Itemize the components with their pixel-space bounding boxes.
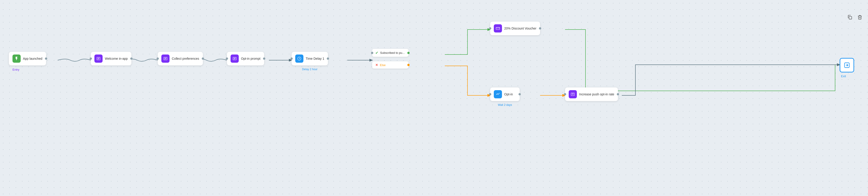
optin-output-dot: [519, 93, 521, 95]
optin-node[interactable]: Opt-in Wait 2 days: [490, 87, 520, 101]
discount-voucher-node[interactable]: 20% Discount Voucher: [490, 22, 540, 35]
collect-preferences-label: Collect preferences: [172, 57, 199, 61]
exit-node[interactable]: [840, 58, 854, 73]
subscribed-label: Subscribed to pu...: [380, 51, 405, 55]
time-delay-output-dot: [327, 57, 329, 60]
time-delay-node[interactable]: Time Delay 1 Delay 2 hour: [291, 52, 328, 65]
collect-preferences-output-dot: [202, 57, 204, 60]
welcome-inapp-output-dot: [130, 57, 132, 60]
collect-preferences-node[interactable]: Collect preferences: [158, 52, 203, 65]
optin-prompt-label: Opt-in prompt: [241, 57, 260, 61]
exit-icon: [844, 62, 850, 68]
else-output-dot: [407, 64, 410, 66]
app-launched-label: App launched: [23, 57, 42, 61]
time-delay-sublabel: Delay 2 hour: [302, 68, 317, 71]
discount-input-dot: [489, 27, 491, 30]
app-launched-icon: [12, 55, 21, 63]
discount-output-dot: [539, 27, 541, 30]
copy-button[interactable]: [846, 13, 854, 21]
time-delay-icon: [295, 55, 303, 63]
collect-preferences-input-dot: [157, 57, 159, 60]
subscribed-input-dot: [371, 52, 373, 54]
else-label: Else: [380, 63, 385, 67]
welcome-inapp-label: Welcome in-app: [105, 57, 128, 61]
connections-svg: [0, 0, 868, 196]
welcome-inapp-node[interactable]: Welcome in-app: [91, 52, 131, 65]
optin-icon: [494, 90, 502, 99]
optin-prompt-icon: [230, 55, 239, 63]
svg-rect-25: [849, 16, 852, 19]
subscribed-output-dot: [407, 52, 410, 54]
delete-button[interactable]: [856, 13, 864, 21]
increase-optin-label: Increase push opt-in rate: [579, 92, 614, 96]
else-x-icon: ✕: [375, 63, 378, 67]
optin-prompt-input-dot: [226, 57, 228, 60]
optin-prompt-output-dot: [263, 57, 265, 60]
optin-label: Opt-in: [504, 92, 513, 96]
increase-optin-output-dot: [617, 93, 619, 95]
app-launched-output-dot: [45, 57, 47, 60]
subscribed-branch-node[interactable]: ✔ Subscribed to pu...: [372, 49, 408, 57]
time-delay-input-dot: [290, 57, 293, 60]
exit-label: Exit: [841, 75, 846, 78]
collect-preferences-icon: [161, 55, 169, 63]
svg-rect-18: [496, 27, 500, 30]
optin-sublabel: Wait 2 days: [498, 103, 512, 107]
increase-optin-input-dot: [564, 93, 566, 95]
discount-label: 20% Discount Voucher: [504, 26, 536, 30]
optin-input-dot: [489, 93, 491, 95]
toolbar: [846, 13, 864, 21]
discount-icon: [494, 24, 502, 32]
entry-label: Entry: [12, 68, 19, 71]
app-launched-node[interactable]: App launched Entry: [9, 52, 46, 65]
welcome-inapp-icon: [94, 55, 102, 63]
increase-optin-node[interactable]: Increase push opt-in rate: [565, 87, 618, 101]
increase-optin-icon: [569, 90, 577, 99]
time-delay-label: Time Delay 1: [306, 57, 324, 61]
else-branch-node[interactable]: ✕ Else: [372, 61, 408, 68]
subscribed-check-icon: ✔: [375, 51, 378, 55]
optin-prompt-node[interactable]: Opt-in prompt: [227, 52, 264, 65]
welcome-inapp-input-dot: [90, 57, 92, 60]
